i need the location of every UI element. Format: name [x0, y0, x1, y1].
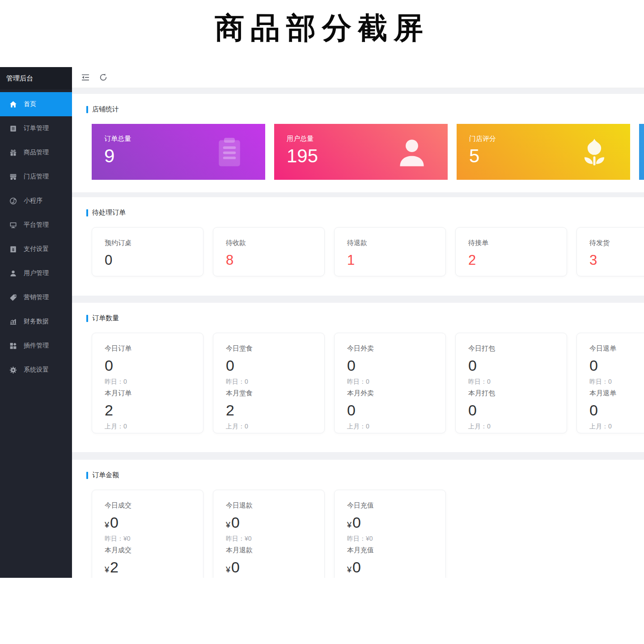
sidebar-item-label: 用户管理 — [24, 269, 49, 277]
page-title: 商品部分截屏 — [0, 8, 644, 48]
sidebar-item-settings[interactable]: 系统设置 — [0, 358, 72, 382]
pending-card-accept: 待接单 2 — [455, 227, 567, 276]
settings-icon — [9, 366, 17, 374]
sidebar-item-miniprogram[interactable]: 小程序 — [0, 189, 72, 213]
sidebar-item-users[interactable]: 用户管理 — [0, 261, 72, 285]
admin-app: 管理后台 首页 订单管理 商品管理 — [0, 67, 644, 578]
count-last-month: 上月：0 — [468, 423, 567, 431]
order-amounts-row: 今日成交 ¥0 昨日：¥0 本月成交 ¥2 上月：¥0 今日退款 ¥0 昨日：¥… — [92, 490, 644, 578]
amount-yesterday: 昨日：¥0 — [226, 535, 324, 543]
product-icon — [9, 149, 17, 157]
pending-value: 1 — [347, 253, 445, 267]
sidebar-item-label: 订单管理 — [24, 124, 49, 132]
amount-card-refunds: 今日退款 ¥0 昨日：¥0 本月退款 ¥0 上月：¥0 — [213, 490, 325, 578]
platform-icon — [9, 221, 17, 229]
count-card-packaging: 今日打包 0 昨日：0 本月打包 0 上月：0 — [455, 333, 567, 433]
brand-title: 管理后台 — [0, 67, 72, 89]
sidebar-menu: 首页 订单管理 商品管理 门店管理 — [0, 89, 72, 382]
amount-today-label: 今日充值 — [347, 501, 445, 510]
stat-card-store-rating: 门店评分 5 — [457, 124, 630, 180]
sidebar-item-home[interactable]: 首页 — [0, 92, 72, 116]
pending-card-reservation: 预约订桌 0 — [92, 227, 203, 276]
amount-card-recharge: 今日充值 ¥0 昨日：¥0 本月充值 ¥0 上月：¥0 — [334, 490, 446, 578]
toolbar — [72, 67, 644, 88]
amount-yesterday: 昨日：¥0 — [347, 535, 445, 543]
flower-icon — [577, 135, 611, 169]
count-month-label: 本月打包 — [468, 389, 567, 398]
count-month-value: 2 — [105, 402, 203, 418]
sidebar-item-payment[interactable]: 支付设置 — [0, 237, 72, 261]
amount-today-label: 今日成交 — [105, 501, 203, 510]
count-month-value: 0 — [468, 402, 567, 418]
amount-today-value: ¥0 — [347, 515, 445, 530]
shop-stats-row: 订单总量 9 用户总量 195 门店评分 5 — [92, 124, 644, 180]
amount-month-label: 本月成交 — [105, 546, 203, 555]
sidebar-item-finance[interactable]: 财务数据 — [0, 309, 72, 334]
section-order-amounts: 订单金额 今日成交 ¥0 昨日：¥0 本月成交 ¥2 上月：¥0 今日退款 ¥0… — [72, 460, 644, 578]
sidebar-item-label: 商品管理 — [24, 148, 49, 157]
sidebar-item-label: 小程序 — [24, 197, 42, 205]
count-today-label: 今日退单 — [589, 344, 644, 353]
dashboard-content: 店铺统计 订单总量 9 用户总量 195 门店评分 5 — [72, 88, 644, 578]
currency-symbol: ¥ — [226, 565, 230, 574]
count-today-label: 今日打包 — [468, 344, 567, 353]
collapse-sidebar-icon[interactable] — [81, 73, 90, 82]
amount-today-value: ¥0 — [226, 515, 324, 530]
payment-icon — [9, 246, 17, 253]
section-title: 待处理订单 — [86, 208, 644, 217]
count-last-month: 上月：0 — [226, 423, 324, 431]
sidebar-item-marketing[interactable]: 营销管理 — [0, 285, 72, 309]
sidebar-item-label: 支付设置 — [24, 245, 49, 253]
count-last-month: 上月：0 — [347, 423, 445, 431]
count-month-label: 本月订单 — [105, 389, 203, 398]
section-title: 订单金额 — [86, 471, 644, 479]
section-shop-stats: 店铺统计 订单总量 9 用户总量 195 门店评分 5 — [72, 94, 644, 192]
stat-card-user-total: 用户总量 195 — [274, 124, 448, 180]
count-today-value: 0 — [589, 358, 644, 373]
count-card-returns: 今日退单 0 昨日：0 本月退单 0 上月：0 — [576, 333, 644, 433]
refresh-icon[interactable] — [99, 73, 108, 82]
amount-month-value: ¥2 — [105, 559, 203, 575]
amount-card-sales: 今日成交 ¥0 昨日：¥0 本月成交 ¥2 上月：¥0 — [92, 490, 203, 578]
sidebar-item-label: 门店管理 — [24, 173, 49, 181]
count-month-value: 0 — [347, 402, 445, 418]
count-yesterday: 昨日：0 — [226, 378, 324, 386]
count-yesterday: 昨日：0 — [105, 378, 203, 386]
count-card-orders: 今日订单 0 昨日：0 本月订单 2 上月：0 — [92, 333, 203, 433]
main-area: 店铺统计 订单总量 9 用户总量 195 门店评分 5 — [72, 67, 644, 578]
amount-month-label: 本月退款 — [226, 546, 324, 555]
currency-symbol: ¥ — [347, 565, 352, 574]
section-title: 订单数量 — [86, 314, 644, 322]
stat-card-order-total: 订单总量 9 — [92, 124, 265, 180]
count-yesterday: 昨日：0 — [347, 378, 445, 386]
count-today-value: 0 — [105, 358, 203, 373]
pending-label: 待收款 — [226, 239, 324, 247]
amount-month-value: ¥0 — [347, 559, 445, 575]
pending-value: 3 — [589, 253, 644, 267]
currency-symbol: ¥ — [226, 521, 230, 530]
pending-label: 待退款 — [347, 239, 445, 247]
user-icon — [9, 270, 17, 277]
pending-value: 2 — [468, 253, 567, 267]
sidebar-item-label: 平台管理 — [24, 221, 49, 229]
sidebar-item-orders[interactable]: 订单管理 — [0, 116, 72, 140]
count-last-month: 上月：0 — [105, 423, 203, 431]
sidebar: 管理后台 首页 订单管理 商品管理 — [0, 67, 72, 578]
count-today-label: 今日外卖 — [347, 344, 445, 353]
store-icon — [9, 173, 17, 181]
amount-month-value: ¥0 — [226, 559, 324, 575]
stat-card-partial — [639, 124, 644, 180]
amount-today-label: 今日退款 — [226, 501, 324, 510]
count-month-label: 本月外卖 — [347, 389, 445, 398]
pending-card-payment: 待收款 8 — [213, 227, 325, 276]
pending-value: 8 — [226, 253, 324, 267]
sidebar-item-stores[interactable]: 门店管理 — [0, 165, 72, 189]
count-card-dinein: 今日堂食 0 昨日：0 本月堂食 2 上月：0 — [213, 333, 325, 433]
currency-symbol: ¥ — [347, 521, 352, 530]
home-icon — [9, 101, 17, 108]
sidebar-item-platform[interactable]: 平台管理 — [0, 213, 72, 237]
sidebar-item-products[interactable]: 商品管理 — [0, 140, 72, 165]
marketing-icon — [9, 294, 17, 301]
sidebar-item-plugins[interactable]: 插件管理 — [0, 334, 72, 358]
sidebar-item-label: 财务数据 — [24, 318, 49, 326]
